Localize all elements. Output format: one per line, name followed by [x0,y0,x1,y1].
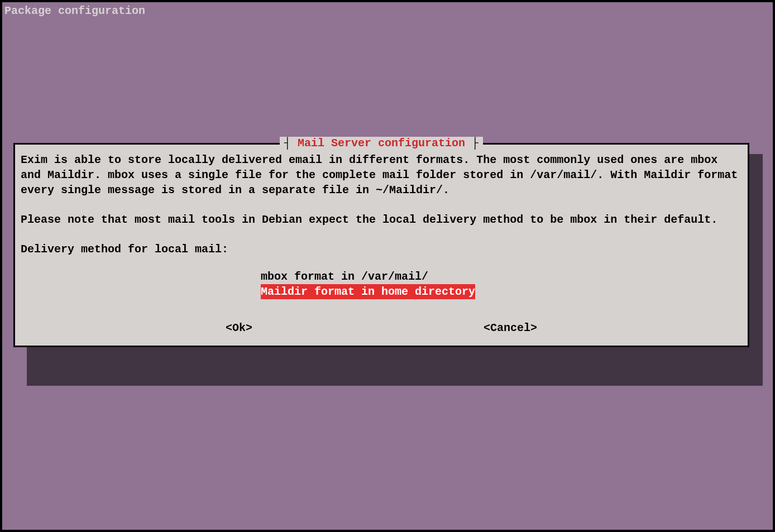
options-list: mbox format in /var/mail/ Maildir format… [261,269,742,299]
cancel-button[interactable]: <Cancel> [484,320,537,336]
dialog-body: Exim is able to store locally delivered … [21,152,742,336]
dialog-paragraph-1: Exim is able to store locally delivered … [21,152,742,198]
option-mbox[interactable]: mbox format in /var/mail/ [261,269,742,284]
ok-button[interactable]: <Ok> [226,320,252,336]
dialog-prompt: Delivery method for local mail: [21,242,742,257]
dialog-paragraph-2: Please note that most mail tools in Debi… [21,212,742,227]
dialog-title-wrapper: ┤ Mail Server configuration ├ [15,137,748,150]
dialog-title-text: Mail Server configuration [298,137,465,150]
page-title: Package configuration [4,4,145,17]
config-dialog: ┤ Mail Server configuration ├ Exim is ab… [13,143,749,347]
dialog-title: ┤ Mail Server configuration ├ [280,137,483,150]
option-maildir[interactable]: Maildir format in home directory [261,284,475,299]
dialog-buttons: <Ok> <Cancel> [21,320,742,336]
